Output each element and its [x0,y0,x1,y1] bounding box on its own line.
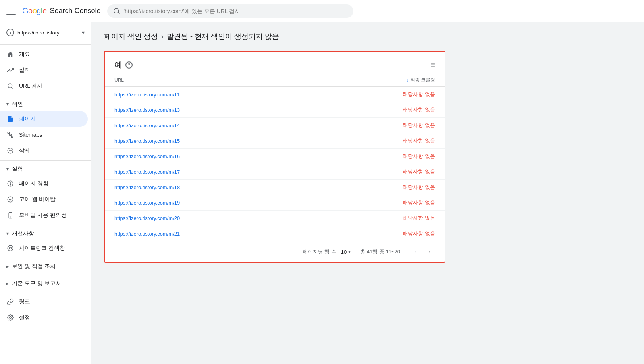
section-arrow-icon: ▸ [6,281,9,286]
sidebar-item-removals[interactable]: 삭제 [0,143,88,159]
status-cell: 해당사항 없음 [403,122,435,129]
table-row[interactable]: https://izero.tistory.com/m/19 해당사항 없음 [105,195,445,211]
url-cell[interactable]: https://izero.tistory.com/m/14 [114,123,180,128]
sidebar-section-index[interactable]: ▾ 색인 [0,98,91,111]
rows-per-page-value: 10 [341,249,347,255]
prev-page-button[interactable]: ‹ [410,246,421,257]
sidebar-divider-3 [0,160,91,161]
file-icon [6,115,14,123]
sidebar-item-overview[interactable]: 개요 [0,46,88,62]
menu-icon[interactable] [6,6,16,16]
sidebar-item-label: 실적 [19,67,30,74]
sidebar-section-improvements[interactable]: ▾ 개선사항 [0,227,91,240]
sidebar-item-mobile-usability[interactable]: 모바일 사용 편의성 [0,207,88,223]
sidebar-item-links[interactable]: 링크 [0,294,88,310]
logo-area: Google Search Console [22,6,101,15]
table-body: https://izero.tistory.com/m/11 해당사항 없음 h… [105,87,445,241]
svg-rect-2 [8,132,10,133]
svg-point-12 [8,197,13,202]
sidebar-divider-6 [0,275,91,275]
property-selector[interactable]: ● https://izero.tistory... ▾ [0,25,91,43]
rows-per-page: 페이지당 행 수: 10 ▾ [303,248,351,255]
svg-point-0 [8,84,12,88]
sidebar-section-legacy[interactable]: ▸ 기존 도구 및 보고서 [0,277,91,290]
mobile-icon [6,211,14,219]
table-row[interactable]: https://izero.tistory.com/m/16 해당사항 없음 [105,149,445,164]
section-label: 실험 [12,165,23,172]
table-row[interactable]: https://izero.tistory.com/m/13 해당사항 없음 [105,102,445,118]
url-cell[interactable]: https://izero.tistory.com/m/11 [114,92,180,98]
core-icon [6,195,14,203]
table-row[interactable]: https://izero.tistory.com/m/21 해당사항 없음 [105,226,445,241]
sidebar-item-settings[interactable]: 설정 [0,310,88,326]
col-crawl-header[interactable]: ↓ 최종 크롤링 [406,77,435,83]
url-cell[interactable]: https://izero.tistory.com/m/16 [114,153,180,159]
sidebar-item-page-experience[interactable]: 페이지 경험 [0,176,88,192]
url-cell[interactable]: https://izero.tistory.com/m/15 [114,138,180,144]
sidebar-item-sitemaps[interactable]: Sitemaps [0,127,88,143]
sitelinks-icon [6,244,14,252]
section-arrow-icon: ▸ [6,264,9,269]
sidebar-item-core-web-vitals[interactable]: 코어 웹 바이탈 [0,192,88,207]
section-label: 보안 및 직접 조치 [12,263,56,270]
sidebar-section-security[interactable]: ▸ 보안 및 직접 조치 [0,260,91,273]
table-title-text: 예 [114,59,122,70]
sitemap-icon [6,131,14,139]
section-label: 기존 도구 및 보고서 [12,280,61,287]
sidebar-item-url-inspection[interactable]: URL 검사 [0,78,88,94]
status-cell: 해당사항 없음 [403,215,435,222]
table-card-title: 예 ? [114,59,133,70]
sidebar-item-sitelinks[interactable]: 사이트링크 검색창 [0,240,88,256]
table-row[interactable]: https://izero.tistory.com/m/18 해당사항 없음 [105,180,445,195]
sidebar-item-label: 삭제 [19,147,30,154]
breadcrumb-parent[interactable]: 페이지 색인 생성 [104,32,158,41]
table-row[interactable]: https://izero.tistory.com/m/15 해당사항 없음 [105,133,445,149]
app-name: Search Console [50,7,101,15]
rows-per-page-select[interactable]: 10 ▾ [341,249,351,255]
table-card: 예 ? ≡ URL ↓ 최종 크롤링 https://izero.tistory… [104,51,445,263]
status-cell: 해당사항 없음 [403,199,435,206]
next-page-button[interactable]: › [424,246,435,257]
svg-point-16 [10,317,12,319]
svg-point-15 [8,245,13,251]
sidebar-divider-4 [0,225,91,225]
svg-point-11 [10,184,11,185]
table-row[interactable]: https://izero.tistory.com/m/17 해당사항 없음 [105,164,445,180]
pagination-info: 총 41행 중 11~20 [360,248,400,255]
property-globe-icon: ● [6,29,14,36]
search-input[interactable] [124,8,347,14]
sidebar-item-label: Sitemaps [19,132,42,138]
table-row[interactable]: https://izero.tistory.com/m/14 해당사항 없음 [105,118,445,133]
sidebar-item-pages[interactable]: 페이지 [0,111,88,127]
star-icon [6,180,14,188]
sidebar-section-experiment[interactable]: ▾ 실험 [0,162,91,176]
url-cell[interactable]: https://izero.tistory.com/m/17 [114,169,180,175]
filter-icon[interactable]: ≡ [430,60,435,69]
search-icon [114,8,121,15]
url-cell[interactable]: https://izero.tistory.com/m/18 [114,184,180,190]
breadcrumb: 페이지 색인 생성 › 발견됨 - 현재 색인이 생성되지 않음 [104,32,631,41]
sidebar-item-label: URL 검사 [19,82,42,90]
sidebar-item-label: 페이지 경험 [19,180,48,187]
help-icon[interactable]: ? [125,61,133,69]
url-cell[interactable]: https://izero.tistory.com/m/21 [114,231,180,237]
search-sidebar-icon [6,82,14,90]
sidebar-divider-5 [0,258,91,258]
rows-select-chevron-icon: ▾ [348,249,351,255]
section-arrow-icon: ▾ [6,102,9,107]
table-row[interactable]: https://izero.tistory.com/m/11 해당사항 없음 [105,87,445,102]
sidebar-item-performance[interactable]: 실적 [0,62,88,78]
table-row[interactable]: https://izero.tistory.com/m/20 해당사항 없음 [105,211,445,226]
url-cell[interactable]: https://izero.tistory.com/m/13 [114,107,180,113]
search-bar[interactable] [107,4,353,18]
sidebar-item-label: 설정 [19,314,30,321]
url-cell[interactable]: https://izero.tistory.com/m/20 [114,215,180,221]
breadcrumb-separator: › [161,33,164,41]
url-cell[interactable]: https://izero.tistory.com/m/19 [114,200,180,206]
remove-icon [6,147,14,155]
svg-line-5 [9,133,11,134]
col-crawl-label: 최종 크롤링 [410,77,435,83]
svg-rect-4 [11,136,13,138]
sidebar: ● https://izero.tistory... ▾ 개요 실적 URL 검… [0,22,91,364]
rows-per-page-label: 페이지당 행 수: [303,248,338,255]
